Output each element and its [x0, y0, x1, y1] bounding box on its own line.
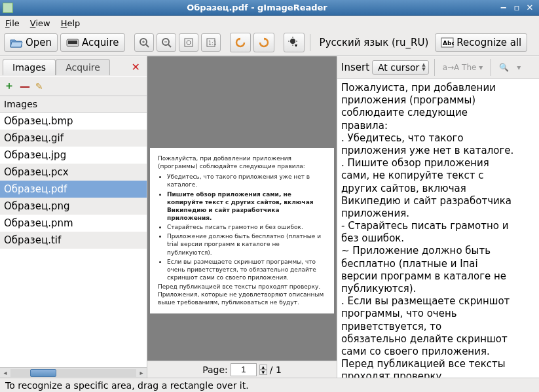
insert-mode-value: At cursor: [378, 62, 419, 73]
open-button[interactable]: Open: [4, 33, 58, 52]
file-item[interactable]: Образец.jpg: [0, 147, 147, 164]
svg-line-7: [168, 45, 171, 47]
file-item[interactable]: Образец.bmp: [0, 113, 147, 130]
zoom-in-button[interactable]: [134, 33, 154, 52]
zoom-fit-button[interactable]: [179, 33, 198, 52]
minimize-button[interactable]: −: [497, 2, 510, 14]
insert-label: Insert: [341, 62, 369, 73]
page-input[interactable]: [231, 363, 257, 376]
zoom-original-icon: 1:1: [206, 37, 216, 48]
close-button[interactable]: ✕: [523, 2, 536, 14]
page-label: Page:: [202, 365, 228, 375]
acquire-button[interactable]: Acquire: [60, 33, 125, 52]
svg-rect-9: [185, 39, 193, 46]
scroll-left-arrow[interactable]: ◂: [0, 369, 10, 376]
output-pane: Insert At cursor ▲▼ a→A The ▾ 🔍 ▾ Пожалу…: [337, 56, 539, 378]
tab-acquire[interactable]: Acquire: [56, 59, 110, 75]
output-more-button[interactable]: ▾: [514, 63, 523, 72]
menu-file[interactable]: File: [5, 18, 20, 28]
folder-open-icon: [10, 37, 23, 48]
zoom-original-button[interactable]: 1:1: [201, 33, 221, 52]
svg-line-3: [146, 45, 149, 47]
the-dropdown[interactable]: a→A The ▾: [440, 63, 486, 72]
preview-outro: Перед публикацией все тексты проходят пр…: [158, 283, 326, 306]
status-hint: To recognize a specific area, drag a rec…: [5, 380, 249, 391]
svg-point-10: [187, 41, 191, 45]
document-viewer: Пожалуйста, при добавлении приложения (п…: [147, 56, 337, 378]
zoom-out-button[interactable]: [157, 33, 176, 52]
recognize-all-button[interactable]: Abc Recognize all: [435, 33, 527, 52]
main-toolbar: Open Acquire 1:1 ▾ Русский язык (ru_RU) …: [0, 30, 539, 56]
close-sidebar-button[interactable]: ✕: [128, 61, 144, 73]
page-spinner[interactable]: ▲▼: [259, 365, 267, 375]
acquire-label: Acquire: [82, 37, 119, 48]
rotate-left-button[interactable]: [230, 33, 251, 52]
menu-help[interactable]: Help: [61, 18, 81, 28]
window-title: Образец.pdf - gImageReader: [17, 3, 497, 12]
remove-image-button[interactable]: —: [20, 80, 30, 92]
insert-mode-combo[interactable]: At cursor ▲▼: [372, 60, 429, 75]
maximize-button[interactable]: ▫: [510, 2, 523, 14]
brightness-icon: ▾: [288, 37, 300, 48]
tab-images[interactable]: Images: [3, 59, 56, 75]
brightness-button[interactable]: ▾: [284, 33, 305, 52]
menubar: File View Help: [0, 16, 539, 30]
scroll-right-arrow[interactable]: ▸: [136, 369, 147, 376]
open-label: Open: [26, 37, 52, 48]
rotate-right-icon: [258, 37, 270, 48]
sidebar-hscroll[interactable]: ◂ ▸: [0, 367, 147, 378]
rotate-right-button[interactable]: [253, 33, 274, 52]
sidebar: Images Acquire ✕ ＋ — ✎ Images Образец.bm…: [0, 56, 147, 378]
menu-view[interactable]: View: [30, 18, 50, 28]
file-item[interactable]: Образец.png: [0, 198, 147, 215]
output-toolbar: Insert At cursor ▲▼ a→A The ▾ 🔍 ▾: [337, 56, 539, 79]
file-item[interactable]: Образец.tif: [0, 232, 147, 249]
preview-intro: Пожалуйста, при добавлении приложения (п…: [158, 154, 326, 170]
output-find-button[interactable]: 🔍: [496, 63, 511, 72]
sidebar-header: Images: [0, 96, 147, 113]
scanner-icon: [66, 37, 79, 48]
output-text[interactable]: Пожалуиста, при добавлении приложения (п…: [337, 79, 539, 378]
recognize-all-label: Recognize all: [456, 37, 521, 48]
rotate-left-icon: [234, 37, 246, 48]
file-list[interactable]: Образец.bmpОбразец.gifОбразец.jpgОбразец…: [0, 113, 147, 367]
main-area: Images Acquire ✕ ＋ — ✎ Images Образец.bm…: [0, 56, 539, 378]
preview-li5: Если вы размещаете скриншот программы, ч…: [167, 258, 326, 281]
zoom-fit-icon: [183, 37, 194, 48]
sidebar-tools: ＋ — ✎: [0, 76, 147, 96]
statusbar: To recognize a specific area, drag a rec…: [0, 378, 539, 392]
scroll-track[interactable]: [10, 369, 136, 377]
titlebar: Образец.pdf - gImageReader − ▫ ✕: [0, 0, 539, 16]
language-label[interactable]: Русский язык (ru_RU): [316, 37, 433, 48]
scroll-thumb[interactable]: [30, 369, 56, 377]
preview-li3: Старайтесь писать грамотно и без ошибок.: [167, 223, 326, 231]
page-total: / 1: [270, 365, 282, 375]
zoom-in-icon: [139, 37, 149, 48]
file-item[interactable]: Образец.pnm: [0, 215, 147, 232]
preview-li1: Убедитесь, что такого приложения уже нет…: [167, 173, 326, 188]
clear-images-button[interactable]: ✎: [35, 81, 43, 92]
zoom-out-icon: [161, 37, 172, 48]
pager: Page: ▲▼ / 1: [147, 361, 337, 378]
svg-text:Abc: Abc: [443, 40, 454, 46]
page-preview: Пожалуйста, при добавлении приложения (п…: [150, 148, 334, 313]
app-icon: [3, 3, 13, 13]
svg-text:▾: ▾: [295, 43, 297, 48]
viewer-canvas[interactable]: Пожалуйста, при добавлении приложения (п…: [147, 56, 337, 361]
svg-text:1:1: 1:1: [208, 41, 216, 46]
preview-li2: Пишите обзор приложения сами, не копируй…: [167, 190, 326, 223]
file-item[interactable]: Образец.pdf: [0, 181, 147, 198]
preview-li4: Приложение должно быть бесплатно (платны…: [167, 232, 326, 256]
svg-rect-1: [68, 41, 77, 44]
file-item[interactable]: Образец.pcx: [0, 164, 147, 181]
add-image-button[interactable]: ＋: [4, 79, 14, 93]
recognize-icon: Abc: [441, 37, 454, 48]
sidebar-tabs: Images Acquire ✕: [0, 56, 147, 76]
file-item[interactable]: Образец.gif: [0, 130, 147, 147]
